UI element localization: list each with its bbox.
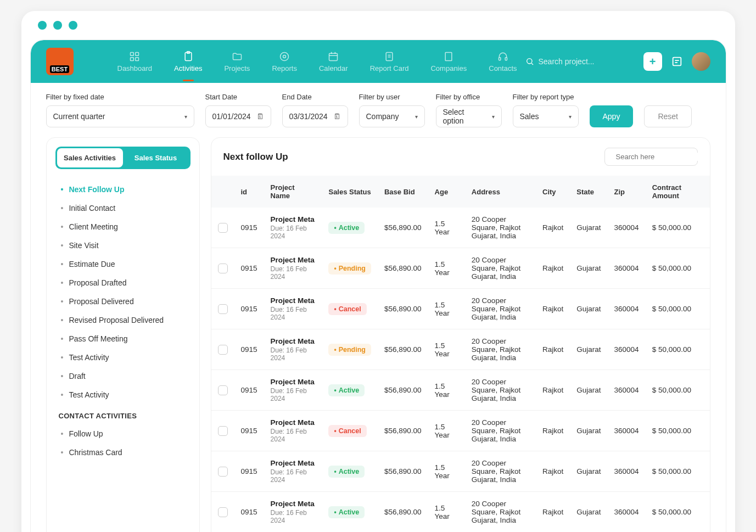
cell-address: 20 Cooper Square, Rajkot Gujarat, India [465, 289, 536, 329]
row-checkbox[interactable] [218, 426, 228, 436]
filter-label: End Date [282, 93, 348, 101]
topbar: DashboardActivitiesProjectsReportsCalend… [31, 40, 726, 83]
row-checkbox[interactable] [218, 264, 228, 273]
sidebar-item[interactable]: Proposal Drafted [58, 273, 191, 292]
project-name: Project Meta [271, 256, 316, 264]
nav-calendar[interactable]: Calendar [319, 42, 348, 81]
sidebar-item[interactable]: Test Activity [58, 385, 191, 404]
add-button[interactable]: + [643, 52, 662, 71]
notes-icon[interactable] [671, 55, 683, 68]
office-select[interactable]: Select option ▾ [436, 105, 502, 127]
clipboard-icon [183, 51, 194, 62]
cell-address: 20 Cooper Square, Rajkot Gujarat, India [465, 370, 536, 411]
column-header: Contract Amount [646, 176, 710, 208]
table-row[interactable]: 0915Project MetaDue: 16 Feb 2024Cancel$5… [211, 411, 710, 451]
table-search[interactable] [604, 148, 698, 166]
status-badge: Active [328, 466, 365, 478]
sidebar-item[interactable]: Pass Off Meeting [58, 329, 191, 348]
tab-sales-activities[interactable]: Sales Activities [57, 148, 123, 167]
cell-amount: $ 50,000.00 [646, 208, 710, 248]
reset-button[interactable]: Reset [644, 105, 692, 127]
chevron-down-icon: ▾ [569, 114, 572, 120]
apply-button[interactable]: Appy [590, 105, 634, 127]
row-checkbox[interactable] [218, 345, 228, 355]
cell-id: 0915 [234, 411, 264, 451]
project-due: Due: 16 Feb 2024 [271, 265, 316, 281]
fixed-date-select[interactable]: Current quarter ▾ [46, 105, 194, 127]
sidebar-item[interactable]: Follow Up [58, 424, 191, 443]
global-search[interactable] [525, 57, 635, 66]
sidebar-item[interactable]: Test Activity [58, 348, 191, 367]
filter-label: Filter by user [359, 93, 425, 101]
row-checkbox[interactable] [218, 304, 228, 314]
cell-zip: 360004 [608, 451, 646, 492]
cell-id: 0915 [234, 370, 264, 411]
column-header: Zip [608, 176, 646, 208]
nav-report-card[interactable]: Report Card [370, 42, 409, 81]
cell-base-bid: $56,890.00 [378, 329, 428, 370]
row-checkbox[interactable] [218, 385, 228, 395]
sidebar-item[interactable]: Draft [58, 367, 191, 385]
nav-companies[interactable]: Companies [430, 42, 467, 81]
table-row[interactable]: 0915Project MetaDue: 16 Feb 2024Pending$… [211, 329, 710, 370]
nav-activities[interactable]: Activities [174, 42, 202, 81]
table-row[interactable]: 0915Project MetaDue: 16 Feb 2024Active$5… [211, 451, 710, 492]
cell-address: 20 Cooper Square, Rajkot Gujarat, India [465, 411, 536, 451]
cell-state: Gujarat [570, 289, 607, 329]
grid-icon [129, 51, 140, 62]
app-shell: DashboardActivitiesProjectsReportsCalend… [30, 40, 726, 532]
start-date-input[interactable]: 01/01/2024 🗓 [205, 105, 271, 127]
table-row[interactable]: 0915Project MetaDue: 16 Feb 2024Cancel$5… [211, 289, 710, 329]
cell-state: Gujarat [570, 370, 607, 411]
table-search-input[interactable] [616, 153, 708, 161]
search-icon [525, 57, 534, 66]
sidebar-item[interactable]: Christmas Card [58, 443, 191, 462]
topbar-right: + [525, 52, 710, 71]
row-checkbox[interactable] [218, 223, 228, 233]
column-header: Project Name [264, 176, 322, 208]
cell-id: 0915 [234, 289, 264, 329]
search-input[interactable] [539, 57, 635, 66]
cell-state: Gujarat [570, 411, 607, 451]
sidebar-item[interactable]: Initial Contact [58, 199, 191, 217]
user-avatar[interactable] [692, 52, 710, 71]
column-header: Age [428, 176, 465, 208]
svg-rect-0 [131, 52, 134, 55]
sidebar-item[interactable]: Lunch Meeting [58, 462, 191, 466]
sidebar-item[interactable]: Revised Proposal Delivered [58, 311, 191, 329]
cell-age: 1.5 Year [428, 248, 465, 289]
user-select[interactable]: Company ▾ [359, 105, 425, 127]
row-checkbox[interactable] [218, 467, 228, 477]
cell-city: Rajkot [536, 289, 570, 329]
project-name: Project Meta [271, 500, 316, 508]
project-name: Project Meta [271, 296, 316, 305]
table-row[interactable]: 0915Project MetaDue: 16 Feb 2024Pending$… [211, 248, 710, 289]
report-type-select[interactable]: Sales ▾ [513, 105, 579, 127]
project-name: Project Meta [271, 215, 316, 223]
end-date-input[interactable]: 03/31/2024 🗓 [282, 105, 348, 127]
sidebar-item[interactable]: Next Follow Up [58, 180, 191, 199]
nav-projects[interactable]: Projects [224, 42, 250, 81]
column-header: id [234, 176, 264, 208]
table-row[interactable]: 0915Project MetaDue: 16 Feb 2024Active$5… [211, 208, 710, 248]
sidebar-item[interactable]: Site Visit [58, 236, 191, 255]
cell-amount: $ 50,000.00 [646, 289, 710, 329]
cell-zip: 360004 [608, 370, 646, 411]
sidebar-item[interactable]: Client Meeting [58, 217, 191, 236]
nav-reports[interactable]: Reports [272, 42, 297, 81]
table-row[interactable]: 0915Project MetaDue: 16 Feb 2024Active$5… [211, 492, 710, 533]
svg-rect-24 [673, 58, 681, 66]
column-header: State [570, 176, 607, 208]
table-row[interactable]: 0915Project MetaDue: 16 Feb 2024Active$5… [211, 370, 710, 411]
cell-zip: 360004 [608, 492, 646, 533]
cell-id: 0915 [234, 329, 264, 370]
sidebar-item[interactable]: Estimate Due [58, 255, 191, 273]
row-checkbox[interactable] [218, 507, 228, 517]
nav-contacts[interactable]: Contacts [489, 42, 517, 81]
nav-dashboard[interactable]: Dashboard [117, 42, 153, 81]
project-due: Due: 16 Feb 2024 [271, 428, 316, 443]
tab-sales-status[interactable]: Sales Status [123, 148, 189, 167]
cell-city: Rajkot [536, 451, 570, 492]
sidebar-item[interactable]: Proposal Delivered [58, 292, 191, 311]
logo[interactable] [46, 48, 74, 75]
